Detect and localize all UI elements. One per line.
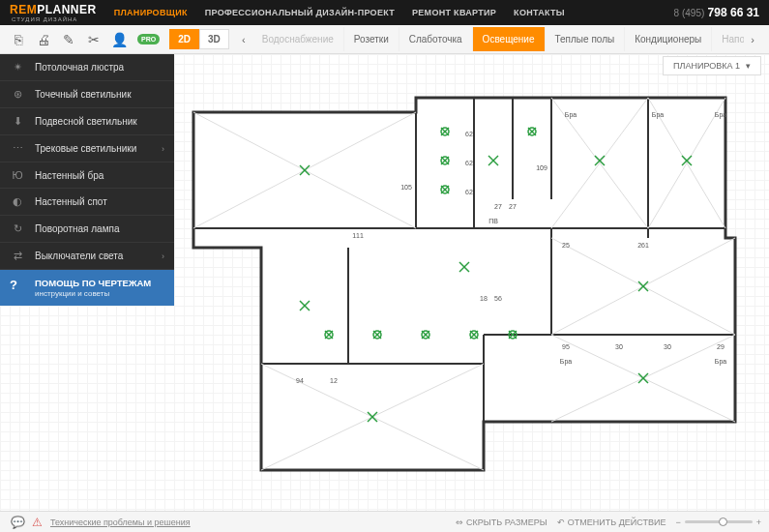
lighting-sidebar: ✴Потолочная люстра ⊛Точечный светильник … <box>0 54 174 306</box>
zoom-slider[interactable] <box>685 520 753 523</box>
view-3d-button[interactable]: 3D <box>199 29 229 49</box>
tab-sockets[interactable]: Розетки <box>344 27 399 51</box>
logo-rem: REM <box>10 3 37 16</box>
print-icon[interactable]: 🖨 <box>33 29 54 50</box>
tool-icon-5[interactable]: 👤 <box>108 29 130 50</box>
tab-water[interactable]: Водоснабжение <box>252 27 344 51</box>
bottom-bar: 💬 ⚠ Технические проблемы и решения ⇔СКРЫ… <box>0 511 769 532</box>
sidebar-item-swivel[interactable]: ↻Поворотная лампа <box>0 216 174 243</box>
dimensions-icon: ⇔ <box>456 517 463 527</box>
wallspot-icon: ◐ <box>10 195 25 208</box>
sidebar-item-label: Точечный светильник <box>35 89 132 100</box>
svg-text:111: 111 <box>352 232 364 239</box>
zoom-in-button[interactable]: + <box>756 517 761 527</box>
layout-dropdown[interactable]: ПЛАНИРОВКА 1 ▾ <box>663 56 761 75</box>
chat-icon[interactable]: 💬 <box>8 516 27 529</box>
floorplan[interactable]: 126 235 76 105 62 62 62 27 27 109 111 25… <box>184 93 745 499</box>
tab-ac[interactable]: Кондиционеры <box>625 27 712 51</box>
sidebar-item-label: Трековые светильники <box>35 143 136 154</box>
tool-icon-3[interactable]: ✎ <box>58 29 79 50</box>
svg-text:27: 27 <box>509 203 517 210</box>
svg-text:Бра: Бра <box>715 358 726 366</box>
sidebar-item-switches[interactable]: ⇄Выключатели света› <box>0 243 174 270</box>
tool-icon-4[interactable]: ✂ <box>83 29 104 50</box>
view-toggle: 2D 3D <box>169 29 229 49</box>
svg-text:29: 29 <box>717 343 725 350</box>
tab-floor[interactable]: Напол <box>712 27 744 51</box>
svg-text:95: 95 <box>562 343 570 350</box>
sidebar-item-label: Потолочная люстра <box>35 62 124 73</box>
svg-text:Бра: Бра <box>565 111 577 119</box>
help-title: ПОМОЩЬ ПО ЧЕРТЕЖАМ <box>35 278 151 288</box>
chevron-down-icon: ▾ <box>746 61 751 71</box>
sconce-icon: Ю <box>10 169 25 181</box>
tab-warmfloor[interactable]: Теплые полы <box>546 27 626 51</box>
tab-lowcurrent[interactable]: Слаботочка <box>399 27 473 51</box>
svg-text:Бра: Бра <box>652 111 664 119</box>
help-subtitle: инструкции и советы <box>35 289 151 298</box>
sidebar-item-label: Настенный бра <box>35 170 104 181</box>
main-header: REMPLANNER СТУДИЯ ДИЗАЙНА ПЛАНИРОВЩИК ПР… <box>0 0 769 25</box>
view-2d-button[interactable]: 2D <box>169 29 199 49</box>
tabs-scroll-left[interactable]: ‹ <box>235 34 252 45</box>
sidebar-item-sconce[interactable]: ЮНастенный бра <box>0 163 174 189</box>
logo-planner: PLANNER <box>37 3 97 16</box>
tech-issues-link[interactable]: Технические проблемы и решения <box>50 517 191 527</box>
track-icon: ⋯ <box>10 142 25 155</box>
svg-text:94: 94 <box>296 377 304 384</box>
layout-dropdown-label: ПЛАНИРОВКА 1 <box>673 61 740 71</box>
chevron-right-icon: › <box>162 144 164 154</box>
zoom-out-button[interactable]: − <box>675 517 680 527</box>
pendant-icon: ⬇ <box>10 115 25 128</box>
svg-text:56: 56 <box>494 295 502 302</box>
zoom-control: − + <box>675 517 761 527</box>
svg-text:62: 62 <box>465 189 473 195</box>
pro-badge[interactable]: PRO <box>137 34 160 44</box>
swivel-icon: ↻ <box>10 222 25 235</box>
hide-dimensions-button[interactable]: ⇔СКРЫТЬ РАЗМЕРЫ <box>456 517 547 527</box>
sidebar-item-label: Поворотная лампа <box>35 223 120 234</box>
sidebar-item-spotlight[interactable]: ⊛Точечный светильник <box>0 81 174 108</box>
svg-text:Бра: Бра <box>715 111 726 119</box>
sidebar-item-pendant[interactable]: ⬇Подвесной светильник <box>0 108 174 135</box>
svg-text:62: 62 <box>465 160 473 166</box>
svg-text:30: 30 <box>664 343 671 350</box>
svg-text:Бра: Бра <box>560 358 572 366</box>
zoom-thumb[interactable] <box>719 517 727 526</box>
nav-planner[interactable]: ПЛАНИРОВЩИК <box>114 8 188 17</box>
svg-text:30: 30 <box>615 343 623 350</box>
svg-text:109: 109 <box>536 164 547 171</box>
undo-button[interactable]: ↶ОТМЕНИТЬ ДЕЙСТВИЕ <box>557 517 666 527</box>
svg-text:27: 27 <box>494 203 502 210</box>
sidebar-item-track[interactable]: ⋯Трековые светильники› <box>0 135 174 163</box>
logo-subtitle: СТУДИЯ ДИЗАЙНА <box>12 16 97 22</box>
tab-lighting[interactable]: Освещение <box>473 27 546 51</box>
svg-text:18: 18 <box>480 295 488 302</box>
sidebar-help[interactable]: ? ПОМОЩЬ ПО ЧЕРТЕЖАМ инструкции и советы <box>0 270 174 306</box>
svg-text:25: 25 <box>562 242 570 249</box>
sidebar-item-wallspot[interactable]: ◐Настенный спот <box>0 189 174 216</box>
sidebar-item-chandelier[interactable]: ✴Потолочная люстра <box>0 54 174 81</box>
sidebar-item-label: Выключатели света <box>35 251 123 261</box>
nav-contacts[interactable]: КОНТАКТЫ <box>514 8 565 17</box>
nav-design-project[interactable]: ПРОФЕССИОНАЛЬНЫЙ ДИЗАЙН-ПРОЕКТ <box>205 8 395 17</box>
logo[interactable]: REMPLANNER СТУДИЯ ДИЗАЙНА <box>10 3 97 22</box>
phone-number[interactable]: 8 (495) 798 66 31 <box>674 6 759 19</box>
category-tabs: Водоснабжение Розетки Слаботочка Освещен… <box>252 27 744 51</box>
switch-icon: ⇄ <box>10 250 25 262</box>
warning-icon[interactable]: ⚠ <box>27 516 46 529</box>
chandelier-icon: ✴ <box>10 61 25 74</box>
svg-text:62: 62 <box>465 131 473 137</box>
svg-text:ПВ: ПВ <box>488 218 498 224</box>
svg-text:261: 261 <box>637 242 649 249</box>
svg-text:12: 12 <box>330 377 338 384</box>
tabs-scroll-right[interactable]: › <box>744 34 761 45</box>
nav-renovation[interactable]: РЕМОНТ КВАРТИР <box>412 8 496 17</box>
sidebar-item-label: Настенный спот <box>35 196 107 207</box>
svg-text:105: 105 <box>400 184 412 191</box>
chevron-right-icon: › <box>162 251 164 261</box>
tool-icon-1[interactable]: ⎘ <box>8 29 29 50</box>
sidebar-item-label: Подвесной светильник <box>35 116 137 127</box>
help-icon: ? <box>10 278 25 292</box>
spotlight-icon: ⊛ <box>10 88 25 101</box>
